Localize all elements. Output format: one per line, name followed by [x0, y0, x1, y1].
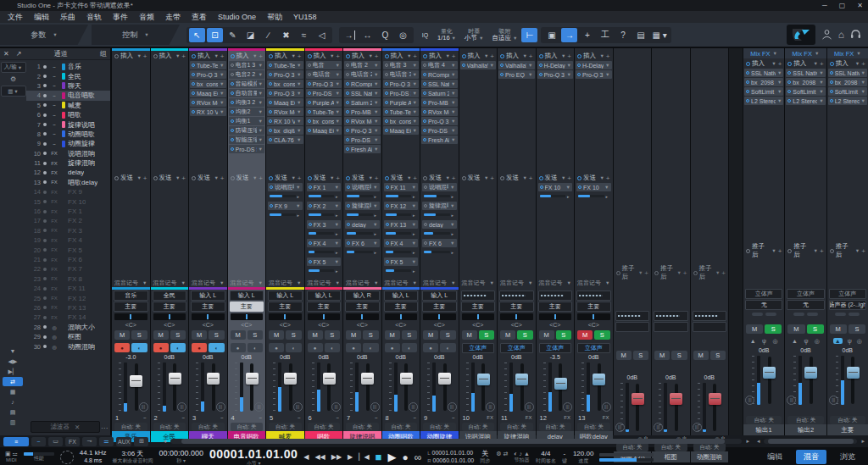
menu-item-Studio One[interactable]: Studio One: [218, 13, 256, 21]
power-icon[interactable]: [462, 176, 466, 180]
add-icon[interactable]: +: [143, 53, 147, 60]
headphone-cue-icon[interactable]: ◎: [857, 338, 862, 345]
output-selector[interactable]: 主要: [499, 302, 534, 312]
chevron-down-icon[interactable]: ▼: [490, 63, 494, 68]
plugin-power-icon[interactable]: [577, 73, 581, 76]
insert-slot[interactable]: L2 Stereo▼: [828, 97, 867, 105]
send-slot[interactable]: FX 6▼▸: [421, 239, 458, 256]
mixer-strip-喊麦[interactable]: 插入▼+Tube-Tech C..▼Pro-Q 3 (2)▼bx_console…: [266, 48, 305, 435]
pan-slider[interactable]: [500, 313, 533, 320]
insert-slot[interactable]: RCompresso..▼: [344, 80, 381, 88]
chevron-down-icon[interactable]: ▼: [567, 63, 571, 68]
autoscroll-icon[interactable]: →: [342, 28, 358, 42]
power-icon[interactable]: [153, 54, 158, 58]
mix-scene-selector[interactable]: 混音记号▼: [420, 278, 459, 287]
plugin-power-icon[interactable]: [423, 129, 426, 132]
insert-slot[interactable]: Tube-Tech C..▼: [267, 61, 303, 69]
automation-mode[interactable]: 自动: 关: [746, 416, 782, 424]
more-options-icon[interactable]: ⋯: [101, 424, 108, 432]
mini-view-icon[interactable]: ▣: [543, 28, 559, 42]
talkback-mic-icon[interactable]: ψ: [804, 338, 808, 344]
insert-slot[interactable]: 电音▼: [306, 61, 342, 69]
insert-slot[interactable]: bx_console▼: [267, 80, 303, 88]
plugin-power-icon[interactable]: [500, 64, 504, 67]
send-slot[interactable]: FX 4▼▸: [306, 239, 342, 256]
output-selector[interactable]: 主要: [191, 302, 225, 312]
close-button[interactable]: ✕: [857, 2, 863, 9]
insert-slot[interactable]: Pro-MB▼: [344, 108, 381, 116]
power-icon[interactable]: [746, 62, 750, 66]
chevron-down-icon[interactable]: ▼: [407, 53, 411, 58]
stop-button[interactable]: ■: [376, 451, 382, 463]
channel-list-row[interactable]: 24FXFX 11: [26, 284, 110, 293]
chevron-down-icon[interactable]: ▼: [484, 53, 488, 58]
pan-slider[interactable]: [385, 313, 418, 320]
chevron-down-icon[interactable]: ▼: [814, 61, 818, 66]
user-profile-icon[interactable]: [821, 29, 832, 42]
add-icon[interactable]: +: [181, 53, 186, 60]
power-icon[interactable]: [423, 176, 427, 180]
inserts-header[interactable]: 插入▼+: [785, 58, 826, 69]
insert-slot[interactable]: RCompresso..▼: [421, 70, 458, 79]
mute-button[interactable]: M: [746, 324, 763, 334]
volume-value[interactable]: 0dB: [743, 346, 784, 354]
view-stack-icon-6[interactable]: ▤: [3, 407, 23, 417]
send-slot[interactable]: 旋律混响▼▸: [421, 202, 458, 219]
send-prepost-icon[interactable]: ▸: [336, 194, 339, 199]
power-icon[interactable]: [269, 54, 273, 58]
talkback-mic-icon[interactable]: ψ: [762, 338, 766, 344]
chevron-down-icon[interactable]: ▼: [259, 63, 263, 68]
chevron-down-icon[interactable]: ▼: [451, 128, 455, 133]
send-slot[interactable]: FX 9▼▸: [267, 202, 303, 219]
mixer-strip-聊天[interactable]: 插入▼+Tube-Tech C..▼Pro-Q 3 (6)▼bx_console…: [189, 48, 228, 435]
add-icon[interactable]: +: [567, 174, 571, 182]
plugin-power-icon[interactable]: [346, 82, 349, 86]
send-level-slider[interactable]: ▸: [422, 230, 457, 237]
mix-scene-selector[interactable]: 混音记号▼: [266, 278, 304, 287]
insert-slot[interactable]: 均衡2▼: [229, 108, 265, 116]
mute-button[interactable]: M: [346, 330, 361, 340]
chevron-down-icon[interactable]: ▼: [142, 280, 147, 285]
pan-slider[interactable]: [616, 334, 649, 340]
monitor-button[interactable]: ◐: [131, 343, 147, 352]
chevron-down-icon[interactable]: ▼: [451, 137, 455, 142]
automation-mode[interactable]: 自动: 关: [192, 423, 225, 431]
input-channels-button[interactable]: ⚌: [99, 437, 114, 446]
automation-mode[interactable]: 自动: 关: [830, 416, 865, 424]
chevron-down-icon[interactable]: ▼: [336, 100, 340, 105]
power-icon[interactable]: [500, 54, 504, 58]
channel-list-row[interactable]: 28◎混响大小: [26, 323, 110, 332]
power-icon[interactable]: [192, 176, 196, 180]
plugin-power-icon[interactable]: [787, 71, 791, 75]
chevron-down-icon[interactable]: ▼: [297, 72, 301, 77]
volume-value[interactable]: 0dB: [498, 353, 536, 361]
chevron-down-icon[interactable]: ▼: [819, 80, 823, 85]
input-selector[interactable]: 输入 L: [268, 291, 303, 301]
plugin-power-icon[interactable]: [423, 101, 426, 104]
channel-active-dot[interactable]: [43, 191, 47, 194]
sends-header[interactable]: 发送▼+: [151, 173, 189, 183]
channel-active-dot[interactable]: [43, 287, 47, 291]
chevron-down-icon[interactable]: ▼: [373, 203, 377, 208]
channel-list-row[interactable]: 26FXFX 13: [26, 303, 110, 313]
audio-channels-button[interactable]: ~: [31, 437, 46, 446]
insert-slot[interactable]: Maag EQ4▼: [383, 126, 420, 135]
chevron-down-icon[interactable]: ▼: [181, 280, 186, 285]
power-icon[interactable]: [654, 271, 659, 275]
console-view-button[interactable]: ≡: [3, 437, 29, 446]
insert-slot[interactable]: RVox Mono▼: [190, 98, 226, 107]
mixer-strip-唱歌delay[interactable]: 插入▼+H-Delay Ster..▼Pro-Q 3 (11)▼发送▼+FX 1…: [575, 48, 614, 435]
channel-list-row[interactable]: 23FXFX 8: [26, 274, 110, 284]
fader-track[interactable]: [804, 356, 817, 405]
arrow-tool-icon[interactable]: ↖: [189, 28, 205, 42]
send-prepost-icon[interactable]: ▸: [567, 194, 570, 199]
send-slot[interactable]: FX 3▼▸: [306, 220, 342, 237]
fader-track[interactable]: [763, 356, 776, 405]
send-row[interactable]: FX 3▼: [307, 220, 342, 229]
channel-list-row[interactable]: 8~动圈唱歌: [26, 130, 110, 139]
channel-active-dot[interactable]: [43, 345, 47, 348]
send-row[interactable]: delay▼: [345, 220, 380, 229]
plugin-power-icon[interactable]: [423, 138, 426, 141]
plugin-power-icon[interactable]: [231, 91, 234, 95]
chevron-down-icon[interactable]: ▼: [861, 98, 865, 103]
